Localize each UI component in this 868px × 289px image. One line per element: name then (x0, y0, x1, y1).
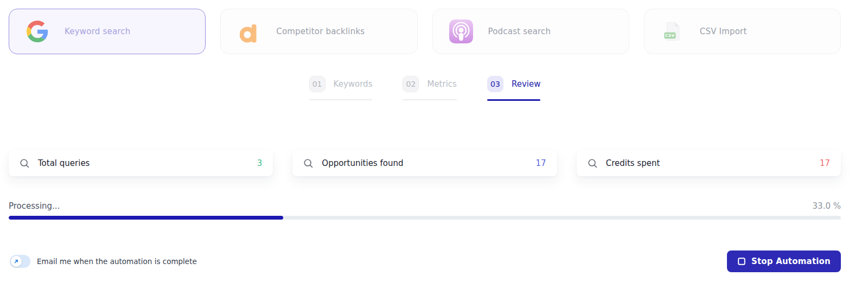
stop-automation-button[interactable]: Stop Automation (727, 251, 841, 272)
arrow-up-right-icon (14, 259, 19, 264)
step-number-badge: 03 (487, 76, 503, 92)
csv-file-icon: CSV (660, 18, 686, 44)
progress-percent: 33.0 % (813, 201, 841, 211)
source-card-keyword-search[interactable]: Keyword search (9, 9, 206, 54)
email-toggle-label: Email me when the automation is complete (37, 257, 197, 266)
stats-row: Total queries 3 Opportunities found 17 C… (9, 150, 841, 176)
step-label: Metrics (427, 79, 456, 89)
google-icon (24, 18, 50, 44)
stat-value: 17 (536, 158, 546, 168)
source-card-label: Podcast search (488, 27, 551, 36)
step-underline (487, 99, 541, 101)
svg-text:CSV: CSV (665, 33, 675, 38)
ahrefs-icon (236, 18, 262, 44)
step-number-badge: 02 (403, 76, 419, 92)
stop-button-label: Stop Automation (751, 256, 831, 266)
step-underline (403, 99, 456, 100)
stat-label: Credits spent (606, 158, 660, 168)
step-indicator: 01 Keywords 02 Metrics 03 Review (9, 76, 841, 101)
footer-bar: Email me when the automation is complete… (10, 251, 841, 272)
progress-fill (9, 216, 283, 220)
toggle-knob (11, 256, 22, 267)
automation-page: Keyword search Competitor backlinks (0, 0, 868, 289)
stat-card-credits-spent: Credits spent 17 (577, 150, 841, 176)
source-tabs: Keyword search Competitor backlinks (9, 9, 841, 54)
step-review[interactable]: 03 Review (487, 76, 541, 101)
stat-value: 17 (820, 158, 830, 168)
source-card-csv-import[interactable]: CSV CSV Import (644, 9, 841, 54)
email-toggle[interactable] (10, 255, 30, 268)
source-card-competitor-backlinks[interactable]: Competitor backlinks (220, 9, 417, 54)
source-card-label: Keyword search (65, 27, 130, 36)
stop-icon (737, 257, 746, 266)
progress-bar (9, 216, 841, 220)
search-icon (20, 158, 30, 169)
stat-label: Opportunities found (322, 158, 403, 168)
source-card-label: Competitor backlinks (276, 27, 365, 36)
stat-label: Total queries (38, 158, 90, 168)
step-label: Review (512, 79, 541, 89)
stat-card-opportunities-found: Opportunities found 17 (292, 150, 557, 176)
step-number-badge: 01 (309, 76, 326, 92)
progress-header: Processing... 33.0 % (9, 201, 841, 211)
search-icon (303, 158, 314, 169)
stat-card-total-queries: Total queries 3 (9, 150, 273, 176)
podcast-icon (448, 18, 474, 44)
search-icon (588, 158, 598, 169)
stat-value: 3 (257, 158, 263, 168)
step-label: Keywords (334, 79, 373, 89)
step-underline (309, 99, 373, 100)
source-card-podcast-search[interactable]: Podcast search (432, 9, 629, 54)
step-metrics[interactable]: 02 Metrics (403, 76, 456, 101)
progress-status-text: Processing... (9, 201, 60, 211)
step-keywords[interactable]: 01 Keywords (309, 76, 373, 101)
source-card-label: CSV Import (700, 27, 747, 36)
